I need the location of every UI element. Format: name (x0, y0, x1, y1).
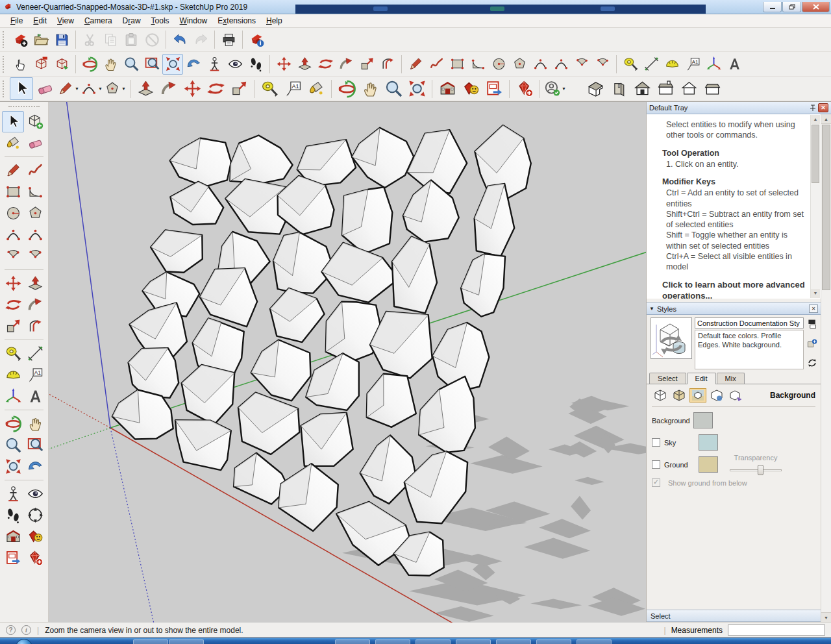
look-around-button[interactable] (225, 54, 245, 75)
measurements-input[interactable] (728, 625, 825, 636)
tab-edit[interactable]: Edit (687, 373, 716, 384)
push-pull-button[interactable] (134, 77, 157, 100)
rectangle-button[interactable] (2, 181, 24, 203)
menu-draw[interactable]: Draw (118, 15, 146, 27)
model-canvas[interactable] (49, 102, 646, 623)
style-description[interactable]: Default face colors. Profile Edges. Whit… (695, 330, 804, 369)
freehand-button[interactable] (24, 160, 46, 181)
tape-measure-button[interactable] (620, 54, 641, 75)
zoom-button[interactable] (121, 54, 142, 75)
paint-bucket-button[interactable] (304, 77, 328, 100)
dropdown-arrow-icon[interactable]: ▼ (121, 86, 126, 91)
select-button[interactable] (2, 111, 24, 132)
taskbar-icon-8[interactable] (536, 639, 571, 644)
pan-button[interactable] (24, 413, 46, 434)
walk-button[interactable] (2, 504, 24, 526)
3d-warehouse-button[interactable] (2, 526, 24, 547)
paint-bucket-button[interactable] (2, 132, 24, 154)
text-button[interactable]: A1 (281, 77, 304, 100)
move-button[interactable] (180, 77, 204, 100)
rotate-button[interactable] (204, 77, 227, 100)
move-button[interactable] (273, 54, 294, 75)
taskbar-icon-3[interactable] (335, 639, 370, 644)
zoom-extents-button[interactable] (2, 456, 24, 477)
sky-checkbox[interactable] (652, 438, 660, 447)
line-button[interactable] (405, 54, 426, 75)
update-style-icon[interactable] (806, 357, 818, 369)
secondary-pane-icon[interactable] (806, 318, 818, 330)
dimension-button[interactable] (24, 343, 46, 364)
zoom-previous-button[interactable] (183, 54, 204, 75)
ground-color-swatch[interactable] (699, 456, 718, 473)
dimension-button[interactable] (641, 54, 662, 75)
transparency-slider[interactable] (730, 464, 782, 476)
pie-button[interactable] (592, 54, 613, 75)
line-button[interactable]: ▼ (56, 77, 80, 100)
model-viewport[interactable] (49, 102, 646, 623)
tape-measure-button[interactable] (2, 343, 24, 364)
eraser-button[interactable] (24, 132, 46, 154)
modeling-settings-button[interactable] (727, 388, 744, 402)
taskbar-icon-5[interactable] (416, 639, 451, 644)
sky-color-swatch[interactable] (699, 434, 718, 451)
position-camera-button[interactable] (204, 54, 225, 75)
view-iso-button[interactable] (584, 77, 607, 100)
component-extension-2-button[interactable] (51, 54, 72, 75)
offset-button[interactable] (377, 54, 398, 75)
three-point-arc-button[interactable] (571, 54, 592, 75)
dropdown-arrow-icon[interactable]: ▼ (98, 86, 103, 91)
walk-button[interactable] (245, 54, 266, 75)
tray-close-icon[interactable]: ✕ (818, 103, 828, 112)
scroll-up-icon[interactable]: ▲ (811, 115, 820, 124)
edge-settings-button[interactable] (652, 388, 669, 402)
text-button[interactable]: A1 (24, 364, 46, 386)
send-to-layout-button[interactable] (482, 77, 506, 100)
push-pull-button[interactable] (294, 54, 315, 75)
tray-scroll-down-icon[interactable]: ▼ (821, 612, 831, 622)
move-button[interactable] (2, 273, 24, 294)
look-around-button[interactable] (24, 483, 46, 504)
rotate-button[interactable] (2, 294, 24, 316)
taskbar-icon-4[interactable] (375, 639, 410, 644)
create-new-style-icon[interactable] (806, 338, 818, 349)
taskbar-icon-9[interactable] (577, 639, 612, 644)
extension-manager-button[interactable] (24, 547, 46, 569)
watermark-settings-button[interactable] (708, 388, 725, 402)
polygon-button[interactable] (24, 203, 46, 224)
extension-manager-button[interactable] (513, 77, 536, 100)
scrollbar-thumb[interactable] (812, 125, 819, 183)
collapse-arrow-icon[interactable]: ▼ (649, 306, 654, 312)
eraser-button[interactable] (33, 77, 56, 100)
tab-mix[interactable]: Mix (717, 373, 745, 384)
menu-extensions[interactable]: Extensions (212, 15, 261, 27)
protractor-button[interactable] (662, 54, 682, 75)
scale-button[interactable] (227, 77, 251, 100)
toolbar-grip[interactable] (3, 56, 7, 73)
toolbar-grip[interactable] (8, 106, 40, 110)
background-color-swatch[interactable] (693, 412, 713, 428)
windows-taskbar[interactable] (0, 638, 831, 644)
orbit-button[interactable] (335, 77, 358, 100)
pie-button[interactable] (24, 245, 46, 267)
open-button[interactable] (31, 29, 51, 50)
protractor-button[interactable] (2, 364, 24, 386)
rotated-rectangle-button[interactable] (24, 181, 46, 203)
polygon-button[interactable] (509, 54, 530, 75)
follow-me-button[interactable] (157, 77, 180, 100)
view-front-button[interactable] (630, 77, 654, 100)
three-point-arc-button[interactable] (24, 224, 46, 245)
line-button[interactable] (2, 160, 24, 181)
3d-text-button[interactable] (724, 54, 745, 75)
show-ground-checkbox[interactable] (652, 478, 660, 487)
face-settings-button[interactable] (671, 388, 688, 402)
3d-warehouse-button[interactable] (436, 77, 459, 100)
pin-icon[interactable] (808, 103, 818, 112)
geolocation-icon[interactable]: ? (6, 625, 16, 635)
ground-checkbox[interactable] (652, 460, 660, 469)
menu-file[interactable]: File (5, 15, 28, 27)
arc-button[interactable] (2, 245, 24, 267)
account-button[interactable]: ▼ (543, 77, 567, 100)
menu-window[interactable]: Window (175, 15, 213, 27)
send-to-layout-button[interactable] (2, 547, 24, 569)
rotate-button[interactable] (315, 54, 336, 75)
